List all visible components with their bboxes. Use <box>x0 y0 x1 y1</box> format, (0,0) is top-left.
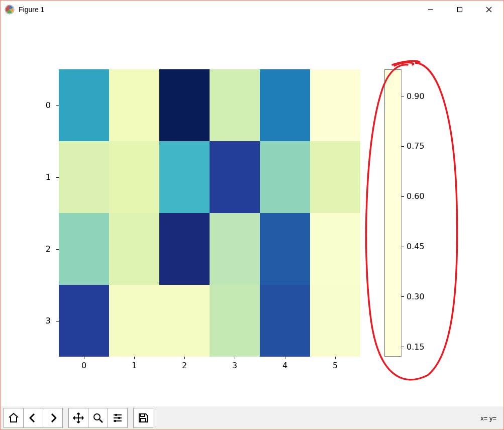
heatmap-cell <box>59 141 109 213</box>
svg-point-11 <box>118 417 121 419</box>
home-button[interactable] <box>4 408 24 428</box>
heatmap-cell <box>210 213 260 285</box>
heatmap-cell <box>310 69 360 141</box>
heatmap-cell <box>59 285 109 357</box>
colorbar-tick-label: 0.75 <box>407 141 425 151</box>
colorbar-tick-mark <box>401 347 404 347</box>
heatmap-row <box>59 213 360 285</box>
y-tick-mark <box>56 321 59 321</box>
svg-rect-14 <box>141 418 146 422</box>
colorbar-tick-label: 0.90 <box>407 91 425 101</box>
heatmap-row <box>59 285 360 357</box>
window-titlebar: Figure 1 <box>1 1 503 19</box>
y-tick-label: 3 <box>41 315 51 327</box>
svg-point-5 <box>94 414 100 420</box>
back-button[interactable] <box>23 408 43 428</box>
x-tick-label: 1 <box>129 359 139 371</box>
x-tick-label: 5 <box>330 359 340 371</box>
matplotlib-app-icon <box>5 5 15 15</box>
window-close-button[interactable] <box>474 1 503 19</box>
colorbar-tick-mark <box>401 247 404 247</box>
heatmap-cell <box>109 69 159 141</box>
colorbar-tick-label: 0.15 <box>407 342 425 352</box>
forward-button[interactable] <box>43 408 63 428</box>
colorbar-tick-label: 0.30 <box>407 291 425 301</box>
y-tick-label: 0 <box>41 99 51 112</box>
heatmap-cell <box>109 213 159 285</box>
heatmap-cell <box>159 285 210 357</box>
svg-point-10 <box>115 414 118 416</box>
heatmap-cell <box>159 213 210 285</box>
heatmap-row <box>59 69 360 141</box>
heatmap-cell <box>59 69 109 141</box>
heatmap-cell <box>59 213 109 285</box>
y-tick-mark <box>56 105 59 106</box>
svg-rect-2 <box>458 8 462 12</box>
heatmap-cell <box>159 69 210 141</box>
colorbar-tick-mark <box>401 96 404 96</box>
window-title: Figure 1 <box>19 6 44 14</box>
matplotlib-toolbar: x= y= <box>1 406 503 429</box>
heatmap-cell <box>260 69 310 141</box>
heatmap-cell <box>210 69 260 141</box>
colorbar-tick-mark <box>401 146 404 147</box>
heatmap-cell <box>109 285 159 357</box>
heatmap-cell <box>210 285 260 357</box>
figure-canvas[interactable]: 01234501230.150.300.450.600.750.90 <box>1 19 503 407</box>
heatmap-cell <box>310 285 360 357</box>
heatmap-row <box>59 141 360 213</box>
subplots-config-button[interactable] <box>108 408 128 428</box>
heatmap-cell <box>260 285 310 357</box>
heatmap-cell <box>260 213 310 285</box>
y-tick-mark <box>56 177 59 178</box>
colorbar-tick-mark <box>401 196 404 197</box>
svg-point-12 <box>114 420 117 422</box>
window-minimize-button[interactable] <box>416 1 445 19</box>
x-tick-label: 3 <box>230 359 240 371</box>
x-tick-label: 2 <box>179 359 189 371</box>
heatmap-cell <box>210 141 260 213</box>
heatmap-cell <box>109 141 159 213</box>
x-tick-label: 0 <box>79 359 89 371</box>
heatmap-axes <box>59 69 360 357</box>
annotation-circle <box>352 54 473 385</box>
colorbar-tick-label: 0.45 <box>407 242 425 252</box>
y-tick-label: 1 <box>41 171 51 183</box>
y-tick-label: 2 <box>41 243 51 255</box>
heatmap-cell <box>310 141 360 213</box>
colorbar <box>384 69 401 357</box>
heatmap-cell <box>260 141 310 213</box>
heatmap-cell <box>310 213 360 285</box>
pan-button[interactable] <box>68 408 88 428</box>
colorbar-tick-mark <box>401 296 404 297</box>
heatmap-cell <box>159 141 210 213</box>
window-controls <box>416 1 503 19</box>
colorbar-tick-label: 0.60 <box>407 191 425 201</box>
coordinate-readout: x= y= <box>480 414 500 422</box>
svg-line-6 <box>99 419 103 422</box>
save-button[interactable] <box>133 408 153 428</box>
window-maximize-button[interactable] <box>445 1 474 19</box>
zoom-button[interactable] <box>88 408 108 428</box>
x-tick-label: 4 <box>280 359 290 371</box>
svg-rect-13 <box>141 414 145 416</box>
y-tick-mark <box>56 249 59 250</box>
